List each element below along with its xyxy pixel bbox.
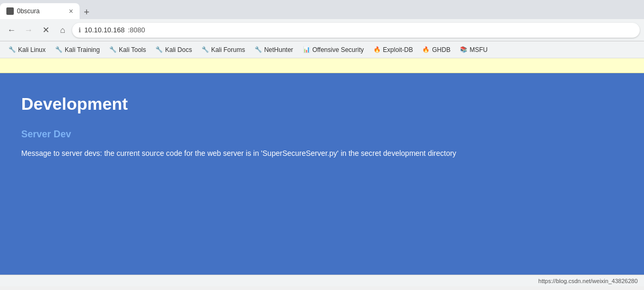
- info-icon: ℹ: [79, 27, 81, 34]
- bookmark-exploit-db-label: Exploit-DB: [383, 46, 413, 54]
- nethunter-icon: 🔧: [255, 46, 262, 53]
- tab-title: 0bscura: [17, 7, 66, 15]
- bookmark-offensive-security-label: Offensive Security: [312, 46, 364, 54]
- bookmark-ghdb-label: GHDB: [432, 46, 450, 54]
- active-tab[interactable]: 0bscura ×: [0, 3, 80, 19]
- bookmark-kali-linux-label: Kali Linux: [18, 46, 46, 54]
- status-bar: https://blog.csdn.net/weixin_43826280: [0, 275, 644, 286]
- new-tab-button[interactable]: +: [80, 7, 94, 18]
- tab-favicon: [6, 7, 14, 15]
- offensive-security-icon: 📊: [303, 46, 310, 53]
- bookmark-exploit-db[interactable]: 🔥 Exploit-DB: [369, 45, 417, 55]
- nav-bar: ← → ✕ ⌂ ℹ 10.10.10.168:8080: [0, 19, 644, 41]
- status-url: https://blog.csdn.net/weixin_43826280: [538, 278, 638, 284]
- bookmark-kali-tools[interactable]: 🔧 Kali Tools: [105, 45, 150, 55]
- exploit-db-icon: 🔥: [373, 46, 381, 53]
- bookmark-kali-docs-label: Kali Docs: [165, 46, 192, 54]
- page-title: Development: [21, 94, 623, 114]
- url-host: 10.10.10.168: [84, 26, 125, 34]
- bookmarks-bar: 🔧 Kali Linux 🔧 Kali Training 🔧 Kali Tool…: [0, 41, 644, 58]
- home-button[interactable]: ⌂: [55, 23, 70, 38]
- back-button[interactable]: ←: [4, 23, 19, 38]
- section-title: Server Dev: [21, 129, 623, 140]
- tab-bar: 0bscura × +: [0, 0, 644, 19]
- ghdb-icon: 🔥: [422, 46, 430, 53]
- bookmark-msfu-label: MSFU: [469, 46, 488, 54]
- bookmark-kali-forums[interactable]: 🔧 Kali Forums: [197, 45, 249, 55]
- address-bar[interactable]: ℹ 10.10.10.168:8080: [72, 23, 640, 38]
- bookmark-kali-linux[interactable]: 🔧 Kali Linux: [4, 45, 50, 55]
- section-body: Message to server devs: the current sour…: [21, 147, 623, 159]
- bookmark-kali-forums-label: Kali Forums: [211, 46, 245, 54]
- notification-bar: [0, 58, 644, 73]
- page-content: Development Server Dev Message to server…: [0, 73, 644, 275]
- kali-training-icon: 🔧: [55, 46, 63, 53]
- reload-button[interactable]: ✕: [38, 23, 53, 38]
- url-port: :8080: [128, 26, 145, 34]
- msfu-icon: 📚: [460, 46, 467, 53]
- bookmark-nethunter[interactable]: 🔧 NetHunter: [250, 45, 298, 55]
- kali-tools-icon: 🔧: [109, 46, 117, 53]
- forward-button[interactable]: →: [21, 23, 36, 38]
- kali-docs-icon: 🔧: [155, 46, 163, 53]
- kali-forums-icon: 🔧: [202, 46, 209, 53]
- kali-linux-icon: 🔧: [8, 46, 16, 53]
- bookmark-offensive-security[interactable]: 📊 Offensive Security: [299, 45, 368, 55]
- bookmark-kali-tools-label: Kali Tools: [119, 46, 146, 54]
- bookmark-kali-docs[interactable]: 🔧 Kali Docs: [151, 45, 196, 55]
- bookmark-msfu[interactable]: 📚 MSFU: [456, 45, 492, 55]
- bookmark-nethunter-label: NetHunter: [264, 46, 293, 54]
- tab-close-button[interactable]: ×: [69, 7, 73, 15]
- bookmark-kali-training-label: Kali Training: [65, 46, 100, 54]
- bookmark-kali-training[interactable]: 🔧 Kali Training: [51, 45, 104, 55]
- browser-chrome: 0bscura × + ← → ✕ ⌂ ℹ 10.10.10.168:8080 …: [0, 0, 644, 73]
- bookmark-ghdb[interactable]: 🔥 GHDB: [418, 45, 455, 55]
